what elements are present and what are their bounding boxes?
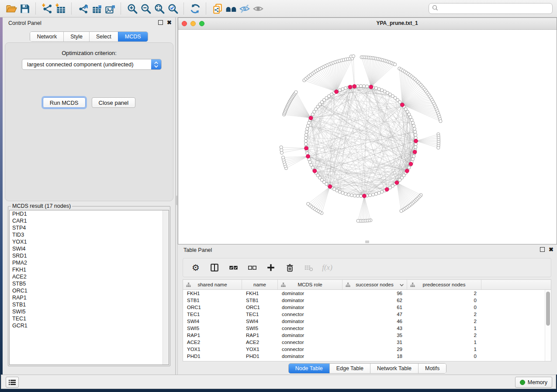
mcds-result-item[interactable]: PHD1 bbox=[10, 210, 169, 217]
table-cell[interactable]: YOX1 bbox=[183, 346, 242, 353]
import-network-button[interactable] bbox=[40, 2, 54, 15]
table-cell[interactable]: 46 bbox=[343, 318, 407, 325]
graph-hub-node[interactable] bbox=[309, 116, 313, 120]
table-cell[interactable]: 1 bbox=[407, 325, 481, 332]
zoom-out-button[interactable] bbox=[139, 2, 152, 15]
graph-hub-node[interactable] bbox=[401, 103, 405, 107]
criterion-dropdown[interactable]: largest connected component (undirected) bbox=[22, 59, 162, 70]
mcds-result-item[interactable]: TID3 bbox=[10, 231, 169, 238]
table-cell[interactable]: dominator bbox=[278, 353, 343, 360]
graph-node[interactable] bbox=[304, 136, 308, 139]
graph-node[interactable] bbox=[341, 191, 344, 194]
graph-node[interactable] bbox=[414, 146, 417, 149]
table-cell[interactable]: 62 bbox=[343, 297, 407, 304]
show-hide-columns-button[interactable] bbox=[209, 262, 220, 273]
table-cell[interactable]: dominator bbox=[278, 332, 343, 339]
graph-node[interactable] bbox=[304, 143, 308, 146]
graph-node[interactable] bbox=[305, 130, 308, 133]
mcds-result-item[interactable]: FKH1 bbox=[10, 266, 169, 273]
column-header-successor-nodes[interactable]: successor nodes bbox=[343, 280, 407, 289]
graph-satellite-node[interactable] bbox=[394, 63, 397, 66]
table-cell[interactable]: RAP1 bbox=[242, 332, 278, 339]
table-row[interactable]: SWI4SWI4dominator462 bbox=[183, 318, 551, 325]
table-cell[interactable]: ACE2 bbox=[183, 339, 242, 346]
table-cell[interactable]: 2 bbox=[407, 332, 481, 339]
table-cell[interactable]: 0 bbox=[407, 353, 481, 360]
column-header-name[interactable]: name bbox=[242, 280, 278, 289]
refresh-layout-button[interactable] bbox=[188, 2, 202, 15]
graph-hub-node[interactable] bbox=[348, 85, 352, 89]
graph-satellite-node[interactable] bbox=[356, 219, 360, 222]
graph-node[interactable] bbox=[341, 88, 344, 91]
mcds-result-item[interactable]: STB1 bbox=[10, 301, 169, 308]
table-cell[interactable]: SWI5 bbox=[242, 325, 278, 332]
mcds-list-scrollbar[interactable] bbox=[163, 210, 169, 364]
table-cell[interactable]: FKH1 bbox=[183, 290, 242, 297]
table-cell[interactable]: RAP1 bbox=[183, 332, 242, 339]
table-cell[interactable]: ORC1 bbox=[183, 304, 242, 311]
export-network-button[interactable] bbox=[76, 2, 90, 15]
table-cell[interactable]: PHD1 bbox=[242, 353, 278, 360]
zoom-fit-button[interactable] bbox=[152, 2, 166, 15]
export-table-button[interactable] bbox=[90, 2, 103, 15]
close-panel-button[interactable]: Close panel bbox=[92, 97, 136, 108]
graph-node[interactable] bbox=[414, 133, 417, 136]
graph-hub-node[interactable] bbox=[395, 181, 399, 185]
graph-node[interactable] bbox=[377, 191, 381, 194]
table-row[interactable]: YOX1YOX1connector291 bbox=[183, 346, 551, 353]
import-table-button[interactable] bbox=[54, 2, 67, 15]
mcds-result-item[interactable]: SWI4 bbox=[10, 245, 169, 252]
mcds-result-item[interactable]: SRD1 bbox=[10, 252, 169, 259]
graph-hub-node[interactable] bbox=[385, 188, 389, 192]
mcds-result-item[interactable]: ACE2 bbox=[10, 273, 169, 280]
graph-node[interactable] bbox=[344, 86, 347, 89]
mcds-result-item[interactable]: CAR1 bbox=[10, 217, 169, 224]
zoom-in-button[interactable] bbox=[125, 2, 139, 15]
graph-node[interactable] bbox=[304, 133, 308, 136]
table-cell[interactable]: 1 bbox=[407, 339, 481, 346]
graph-satellite-node[interactable] bbox=[437, 146, 440, 149]
graph-node[interactable] bbox=[414, 130, 417, 133]
table-cell[interactable]: 47 bbox=[343, 311, 407, 318]
table-cell[interactable]: 1 bbox=[407, 346, 481, 353]
graph-satellite-node[interactable] bbox=[281, 156, 284, 159]
network-canvas[interactable] bbox=[178, 30, 557, 244]
network-window-titlebar[interactable]: YPA_prune.txt_1 bbox=[178, 18, 557, 30]
graph-node[interactable] bbox=[308, 121, 311, 124]
table-cell[interactable]: STB1 bbox=[242, 297, 278, 304]
delete-entries-button[interactable] bbox=[284, 262, 295, 273]
tab-style[interactable]: Style bbox=[63, 32, 89, 41]
graph-node[interactable] bbox=[306, 124, 309, 127]
window-minimize-icon[interactable] bbox=[190, 21, 196, 26]
graph-node[interactable] bbox=[412, 124, 415, 127]
mcds-result-item[interactable]: ORC1 bbox=[10, 287, 169, 294]
graph-node[interactable] bbox=[374, 86, 377, 89]
column-header-predecessor-nodes[interactable]: predecessor nodes bbox=[407, 280, 481, 289]
graph-node[interactable] bbox=[353, 194, 356, 197]
table-cell[interactable]: 96 bbox=[343, 290, 407, 297]
float-table-panel-icon[interactable] bbox=[540, 247, 545, 252]
table-cell[interactable]: 2 bbox=[407, 311, 481, 318]
table-cell[interactable]: 29 bbox=[343, 346, 407, 353]
table-row[interactable]: RAP1RAP1dominator352 bbox=[183, 332, 551, 339]
graph-hub-node[interactable] bbox=[328, 185, 332, 189]
table-cell[interactable]: TEC1 bbox=[242, 311, 278, 318]
network-graph[interactable] bbox=[178, 30, 557, 244]
mcds-result-item[interactable]: STB5 bbox=[10, 280, 169, 287]
table-cell[interactable]: SWI4 bbox=[183, 318, 242, 325]
table-scrollbar[interactable] bbox=[545, 290, 551, 361]
first-neighbors-button[interactable] bbox=[224, 2, 238, 15]
tab-select[interactable]: Select bbox=[89, 32, 118, 41]
graph-node[interactable] bbox=[366, 85, 369, 88]
zoom-selected-button[interactable] bbox=[166, 2, 180, 15]
table-row[interactable]: STB1STB1dominator620 bbox=[183, 297, 551, 304]
table-row[interactable]: SWI5SWI5connector431 bbox=[183, 325, 551, 332]
table-row[interactable]: ACE2ACE2connector311 bbox=[183, 339, 551, 346]
table-cell[interactable]: dominator bbox=[278, 297, 343, 304]
graph-node[interactable] bbox=[412, 155, 415, 158]
export-image-button[interactable] bbox=[103, 2, 117, 15]
graph-node[interactable] bbox=[350, 194, 353, 197]
show-all-button[interactable] bbox=[251, 2, 265, 15]
table-cell[interactable]: TEC1 bbox=[183, 311, 242, 318]
graph-hub-node[interactable] bbox=[369, 85, 373, 89]
